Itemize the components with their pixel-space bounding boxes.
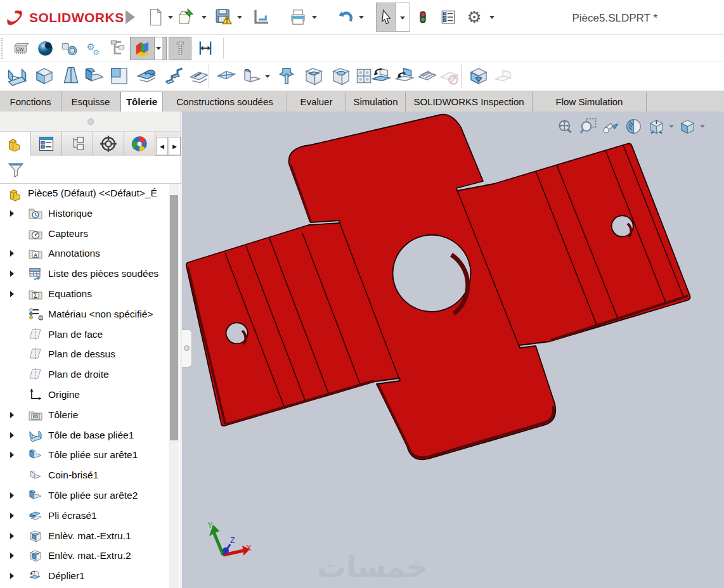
dropdown-arrow-icon[interactable] — [312, 16, 317, 19]
logo-expand-arrow[interactable] — [126, 10, 135, 24]
no-bends-icon[interactable] — [438, 65, 461, 87]
panel-tab-display-manager-icon[interactable] — [31, 132, 62, 156]
lofted-bend-icon[interactable] — [60, 65, 82, 87]
tree-item-capteurs[interactable]: Capteurs — [0, 224, 167, 243]
flatten-icon[interactable] — [416, 65, 439, 87]
property-manager-icon[interactable] — [68, 135, 86, 153]
expander-arrow-icon[interactable] — [9, 513, 15, 519]
forming-tool-icon[interactable] — [275, 65, 298, 87]
traffic-light-icon[interactable] — [417, 8, 429, 27]
expander-arrow-icon[interactable] — [9, 291, 15, 297]
convert-sheet-icon[interactable] — [33, 65, 56, 87]
base-flange-icon[interactable] — [6, 65, 29, 87]
filter-funnel-icon[interactable] — [6, 160, 25, 180]
tree-item-t-le-pli-e-sur-ar-te1[interactable]: Tôle pliée sur arête1 — [0, 445, 167, 464]
tree-item-t-le-de-base-pli-e1[interactable]: Tôle de base pliée1 — [0, 426, 167, 445]
cut-extrude-feature-icon[interactable] — [28, 548, 43, 563]
expander-arrow-icon[interactable] — [9, 412, 15, 418]
zoom-area-icon[interactable] — [579, 117, 597, 136]
panel-tab-configuration-manager-icon[interactable] — [93, 132, 124, 156]
zoom-fit-icon[interactable] — [556, 117, 574, 136]
configuration-manager-icon[interactable] — [100, 135, 117, 153]
tree-item-pi-ce5-d-faut-d-faut-[interactable]: Pièce5 (Défaut) <<Défaut>_É — [0, 184, 167, 203]
part-3d-view[interactable]: Y X Z — [182, 112, 724, 588]
tree-item-equations[interactable]: ΣEquations — [0, 284, 167, 304]
edge-flange-icon[interactable] — [83, 65, 106, 87]
open-document-icon[interactable] — [178, 8, 197, 27]
ribbon-tab-solidworks-inspection[interactable]: SOLIDWORKS Inspection — [406, 92, 533, 112]
bolt-button[interactable] — [169, 37, 191, 60]
ribbon-tab-fonctions[interactable]: Fonctions — [0, 92, 61, 112]
section-view-icon[interactable] — [624, 117, 643, 136]
simple-hole-icon[interactable] — [330, 65, 352, 87]
tree-scrollbar-thumb[interactable] — [170, 195, 178, 440]
history-folder-icon[interactable] — [28, 206, 43, 221]
annotations-folder-icon[interactable]: A — [28, 246, 43, 261]
cross-break-icon[interactable] — [215, 65, 238, 87]
design-tree-icon[interactable] — [109, 40, 126, 57]
part-icon[interactable] — [8, 186, 24, 202]
settings-gear-icon[interactable]: ⚙ — [465, 8, 484, 27]
tree-item-enl-v-mat-extru-1[interactable]: Enlèv. mat.-Extru.1 — [0, 527, 167, 546]
measure-icon[interactable] — [197, 39, 214, 57]
select-arrow-icon[interactable] — [378, 9, 395, 25]
tree-item-historique[interactable]: Historique — [0, 204, 167, 223]
panel-tab-featuremanager-part-icon[interactable] — [0, 132, 31, 156]
expander-arrow-icon[interactable] — [9, 553, 15, 559]
tree-item-plan-de-droite[interactable]: Plan de droite — [0, 365, 167, 384]
apply-scene-icon[interactable] — [133, 39, 152, 58]
tree-scrollbar[interactable] — [169, 184, 179, 588]
tree-item-t-le-pli-e-sur-ar-te2[interactable]: Tôle pliée sur arête2 — [0, 486, 167, 505]
sketch-icon[interactable] — [252, 8, 271, 27]
dropdown-arrow-icon[interactable] — [168, 16, 173, 19]
expander-arrow-icon[interactable] — [9, 250, 15, 257]
expander-arrow-icon[interactable] — [9, 573, 15, 579]
select-tool-group[interactable] — [376, 3, 410, 32]
unfold-icon[interactable] — [370, 65, 392, 87]
corner-icon[interactable] — [241, 65, 264, 87]
tree-item-pli-cras-1[interactable]: Pli écrasé1 — [0, 506, 167, 525]
render-sphere-icon[interactable] — [37, 40, 54, 57]
sheetmetal-folder-icon[interactable] — [28, 407, 43, 423]
tree-item-plan-de-face[interactable]: Plan de face — [0, 325, 167, 344]
unfold-feature-icon[interactable] — [28, 568, 43, 584]
bolt-icon[interactable] — [172, 40, 189, 57]
expander-arrow-icon[interactable] — [9, 492, 15, 499]
edge-flange-feature-icon[interactable] — [28, 488, 43, 503]
ghost-sheet-icon[interactable] — [491, 65, 514, 87]
weldment-cutlist-icon[interactable] — [28, 266, 43, 281]
ribbon-tab-esquisse[interactable]: Esquisse — [61, 92, 120, 112]
ribbon-tab-flow-simulation[interactable]: Flow Simulation — [533, 92, 647, 112]
costing-icon[interactable]: CW — [13, 40, 30, 57]
dropdown-arrow-icon[interactable] — [237, 16, 242, 19]
panel-tab-scroll-left[interactable]: ◄ — [156, 137, 168, 155]
ribbon-tab-constructions-soudées[interactable]: Constructions soudées — [163, 92, 287, 112]
gear-dropdown-arrow[interactable] — [489, 16, 495, 19]
plane-icon[interactable] — [28, 347, 43, 362]
tree-item-liste-des-pi-ces-soud-es[interactable]: Liste des pièces soudées — [0, 264, 167, 283]
crush-bend-feature-icon[interactable] — [28, 508, 43, 523]
display-manager-icon[interactable] — [37, 135, 55, 153]
gears-icon[interactable]: ⚙⚙ — [85, 40, 102, 57]
equations-folder-icon[interactable]: Σ — [28, 286, 43, 302]
expander-arrow-icon[interactable] — [9, 533, 15, 539]
expander-arrow-icon[interactable] — [9, 210, 15, 217]
sensors-icon[interactable] — [28, 226, 43, 241]
apply-scene-button[interactable] — [130, 37, 167, 60]
ribbon-tab-simulation[interactable]: Simulation — [346, 92, 406, 112]
print-icon[interactable] — [288, 8, 307, 27]
miter-flange-icon[interactable] — [108, 65, 131, 87]
edge-flange-feature-icon[interactable] — [28, 447, 43, 463]
panel-splitter-dot[interactable] — [87, 118, 94, 125]
new-document-icon[interactable] — [146, 8, 165, 27]
dropdown-arrow-icon[interactable] — [202, 16, 207, 19]
expander-arrow-icon[interactable] — [9, 271, 15, 277]
tree-item-plan-de-dessus[interactable]: Plan de dessus — [0, 345, 167, 364]
material-icon[interactable]: ⚙ — [28, 307, 43, 322]
featuremanager-part-icon[interactable] — [6, 135, 24, 153]
undo-icon[interactable] — [336, 8, 355, 27]
view-orientation-icon[interactable] — [647, 117, 666, 136]
break-corner-feature-icon[interactable] — [28, 468, 43, 483]
sketched-bend-icon[interactable] — [188, 65, 210, 87]
jog-icon[interactable] — [162, 65, 185, 87]
